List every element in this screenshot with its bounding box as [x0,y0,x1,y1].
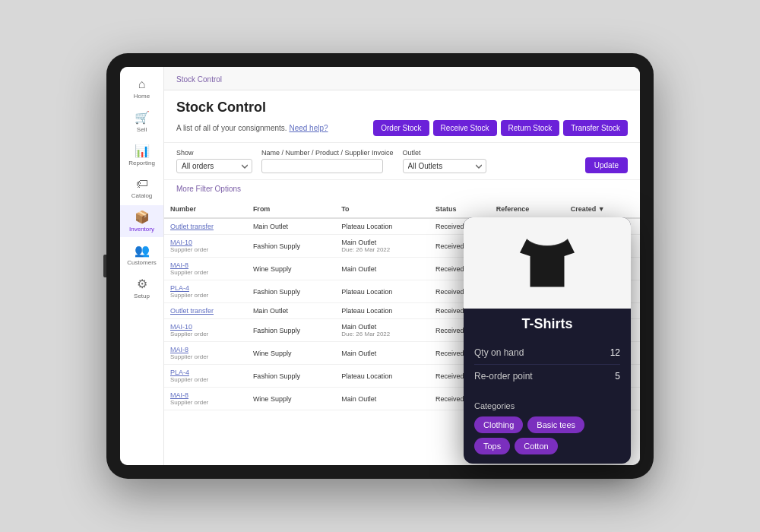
search-input[interactable] [261,159,383,173]
to-sub: Due: 26 Mar 2022 [341,246,423,253]
cell-from: Fashion Supply [247,280,335,303]
search-filter-group: Name / Number / Product / Supplier Invoi… [261,149,394,173]
more-filters-link[interactable]: More Filter Options [176,182,241,196]
sidebar-item-label: Inventory [129,226,154,233]
sidebar-item-setup[interactable]: ⚙ Setup [120,272,163,304]
cell-number: MAI-10Supplier order [164,235,247,258]
number-sub: Supplier order [170,246,241,253]
number-link[interactable]: MAI-10 [170,239,192,246]
number-link[interactable]: MAI-10 [170,323,192,331]
sidebar-item-inventory[interactable]: 📦 Inventory [120,205,163,237]
number-link[interactable]: Outlet transfer [170,223,214,230]
cell-to: Plateau Location [335,218,429,235]
cell-from: Fashion Supply [247,235,335,258]
cell-number: MAI-8Supplier order [164,258,247,280]
update-button[interactable]: Update [585,157,628,173]
home-icon: ⌂ [138,78,146,91]
cell-number: MAI-10Supplier order [164,319,247,342]
to-sub: Due: 26 Mar 2022 [341,331,423,337]
transfer-stock-button[interactable]: Transfer Stock [563,120,628,136]
sidebar-item-label: Sell [137,126,147,133]
tablet-side-button [103,255,106,277]
cell-to: Plateau Location [335,303,429,319]
number-link[interactable]: MAI-8 [170,346,188,353]
breadcrumb: Stock Control [164,67,640,90]
col-reference: Reference [490,201,565,218]
page-subtitle: A list of all of your consignments. Need… [176,120,628,136]
col-created[interactable]: Created ▼ [565,201,640,218]
number-link[interactable]: PLA-4 [170,369,189,376]
category-tag[interactable]: Tops [474,438,510,454]
reorder-label: Re-order point [474,371,533,382]
cell-number: PLA-4Supplier order [164,280,247,303]
filters-row2: More Filter Options [164,180,640,201]
categories-section: Categories ClothingBasic teesTopsCotton [464,395,631,464]
subtitle-text: A list of all of your consignments. Need… [176,124,328,132]
qty-value: 12 [610,347,620,358]
cell-from: Main Outlet [247,218,335,235]
return-stock-button[interactable]: Return Stock [501,120,560,136]
customers-icon: 👥 [135,243,150,258]
cell-number: MAI-8Supplier order [164,342,247,365]
number-sub: Supplier order [170,376,241,383]
category-tag[interactable]: Clothing [474,416,523,433]
page-header: Stock Control A list of all of your cons… [164,90,640,143]
category-tags: ClothingBasic teesTopsCotton [474,416,620,454]
cell-to: Plateau Location [335,280,429,303]
cell-from: Wine Supply [247,258,335,280]
show-label: Show [176,149,252,157]
reporting-icon: 📊 [135,144,150,158]
number-link[interactable]: MAI-8 [170,391,188,399]
outlet-select[interactable]: All Outlets [403,159,486,173]
cell-number: Outlet transfer [164,218,247,235]
cell-to: Main OutletDue: 26 Mar 2022 [335,319,429,342]
number-sub: Supplier order [170,292,241,299]
sidebar-item-label: Home [134,93,150,100]
col-status: Status [429,201,490,218]
col-from: From [247,201,335,218]
action-buttons: Order Stock Receive Stock Return Stock T… [373,120,628,136]
outlet-label: Outlet [403,149,486,157]
setup-icon: ⚙ [137,277,147,291]
qty-stat: Qty on hand 12 [474,341,620,365]
show-filter-group: Show All orders [176,149,252,173]
breadcrumb-text: Stock Control [176,75,222,84]
product-image [464,217,631,309]
sidebar-item-home[interactable]: ⌂ Home [120,73,163,104]
cell-to: Main Outlet [335,258,429,280]
cell-from: Wine Supply [247,342,335,365]
qty-label: Qty on hand [474,347,524,358]
number-sub: Supplier order [170,269,241,276]
receive-stock-button[interactable]: Receive Stock [433,120,497,136]
show-select[interactable]: All orders [176,159,252,173]
sidebar-item-label: Customers [127,259,157,266]
cell-to: Plateau Location [335,365,429,388]
page-title: Stock Control [176,100,628,116]
sidebar-item-label: Reporting [128,160,155,166]
reorder-value: 5 [615,371,620,382]
cell-from: Fashion Supply [247,319,335,342]
help-link[interactable]: Need help? [289,124,328,132]
product-info: T-Shirts Qty on hand 12 Re-order point 5 [464,309,631,395]
reorder-stat: Re-order point 5 [474,365,620,388]
number-link[interactable]: PLA-4 [170,284,189,292]
product-name: T-Shirts [474,316,620,332]
category-tag[interactable]: Basic tees [527,416,584,433]
search-label: Name / Number / Product / Supplier Invoi… [261,149,394,157]
sidebar-item-reporting[interactable]: 📊 Reporting [120,139,163,171]
sidebar-item-sell[interactable]: 🛒 Sell [120,106,163,138]
sidebar-item-label: Setup [134,293,150,299]
tablet-device: ⌂ Home 🛒 Sell 📊 Reporting 🏷 Catalog 📦 In… [106,53,654,479]
sidebar-item-catalog[interactable]: 🏷 Catalog [120,173,163,204]
sell-icon: 🛒 [135,110,150,125]
sidebar-item-customers[interactable]: 👥 Customers [120,239,163,271]
cell-number: MAI-8Supplier order [164,388,247,410]
order-stock-button[interactable]: Order Stock [373,120,429,136]
product-card: T-Shirts Qty on hand 12 Re-order point 5… [464,217,631,464]
number-sub: Supplier order [170,399,241,406]
cell-from: Main Outlet [247,303,335,319]
number-link[interactable]: Outlet transfer [170,307,214,315]
number-link[interactable]: MAI-8 [170,261,188,269]
cell-number: Outlet transfer [164,303,247,319]
category-tag[interactable]: Cotton [515,438,557,454]
